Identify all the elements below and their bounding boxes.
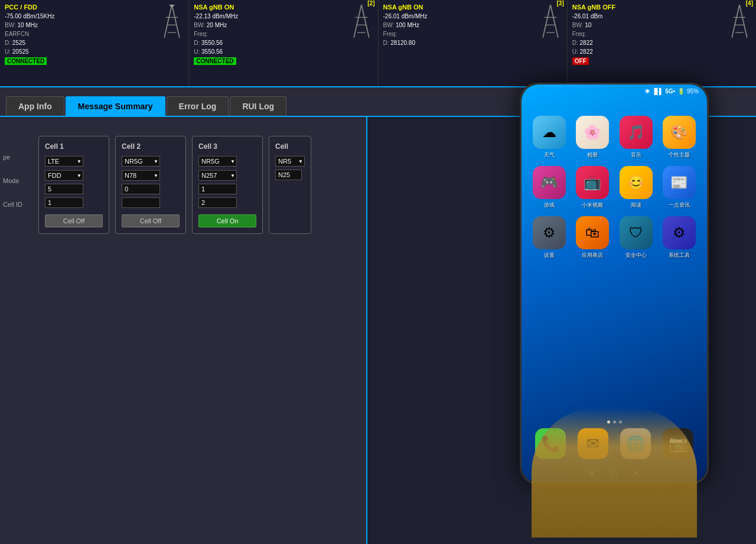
app-themes[interactable]: 🎨 个性主题 [662, 116, 698, 159]
cells-container: Cell 1 LTE FDD 5 [38, 136, 354, 234]
cell3-num1-value: 1 [198, 184, 237, 194]
cell1-power: -75.00 dBm/15KHz [5, 12, 184, 21]
app-settings-icon: ⚙ [533, 216, 566, 249]
app-weather-label: 天气 [544, 151, 555, 159]
cell3-panel-title: Cell 3 [198, 142, 256, 151]
tab-app-info[interactable]: App Info [6, 96, 64, 116]
cell2-dl: D: 3550.56 [194, 38, 373, 47]
cell2-band-select[interactable]: N78 [122, 170, 160, 181]
app-music-icon: 🎵 [620, 116, 653, 149]
cell2-num2-value [122, 197, 160, 208]
cell3-band-select-wrapper[interactable]: N257 [198, 170, 237, 181]
app-photos[interactable]: 🌸 相册 [575, 116, 611, 159]
app-appstore-label: 应用商店 [582, 252, 603, 259]
app-games[interactable]: 🎮 游戏 [531, 166, 568, 209]
cell3-num1-row: 1 [198, 184, 256, 194]
cell3-band-row: N257 [198, 170, 256, 181]
cell3-on-button[interactable]: Cell On [198, 214, 256, 227]
cell1-dl: D: 2525 [5, 38, 184, 47]
cell1-type-select-wrapper[interactable]: LTE [45, 155, 83, 167]
app-video-icon: 📺 [576, 166, 609, 199]
app-appstore[interactable]: 🛍 应用商店 [575, 216, 611, 259]
cell-panel-1: Cell 1 LTE FDD 5 [38, 136, 109, 234]
app-reading-icon: 😊 [620, 166, 653, 199]
app-video[interactable]: 📺 小米视频 [575, 166, 611, 209]
tower-icon-2 [350, 5, 373, 40]
app-grid: ☁ 天气 🌸 相册 🎵 音乐 🎨 个性主题 [522, 104, 707, 271]
cell4-bw: BW: 10 [572, 21, 751, 30]
cell4-label: NSA gNB OFF [572, 4, 751, 11]
cell4-type-select-wrapper[interactable]: NR5 [275, 155, 305, 167]
app-themes-label: 个性主题 [669, 151, 690, 159]
app-security[interactable]: 🛡 安全中心 [618, 216, 654, 259]
app-music-label: 音乐 [631, 151, 641, 159]
app-appstore-icon: 🛍 [576, 216, 609, 249]
app-photos-icon: 🌸 [576, 116, 609, 149]
cell2-type-select-wrapper[interactable]: NR5G [122, 155, 160, 167]
cell1-mode-select[interactable]: FDD [45, 170, 83, 181]
app-reading[interactable]: 😊 阅读 [618, 166, 654, 209]
app-music[interactable]: 🎵 音乐 [618, 116, 654, 159]
cell2-ul: U: 3550.56 [194, 47, 373, 56]
cell3-freq: Freq: [383, 30, 562, 38]
cell1-type-row: LTE [45, 155, 103, 167]
cell-panel-4: Cell NR5 N25 [269, 136, 311, 234]
app-weather[interactable]: ☁ 天气 [531, 116, 568, 159]
tower-icon-3 [539, 5, 562, 40]
cell4-dl: D: 2822 [572, 38, 751, 47]
cell2-bw: BW: 20 MHz [194, 21, 373, 30]
tab-error-log[interactable]: Error Log [167, 96, 229, 116]
cell2-band-row: N78 [122, 170, 180, 181]
app-settings-label: 设置 [544, 252, 555, 259]
tab-rui-log[interactable]: RUI Log [230, 96, 286, 116]
smartphone-container: ✱ ▐▌▌ 5G• 🔋 95% ☁ 天气 🌸 相册 [502, 47, 726, 520]
cell2-num1-row: 0 [122, 184, 180, 194]
cell1-cellid-value: 1 [45, 197, 83, 208]
battery-pct: 95% [687, 88, 699, 95]
cell1-off-button[interactable]: Cell Off [45, 214, 103, 227]
cell2-band-select-wrapper[interactable]: N78 [122, 170, 160, 181]
app-tools[interactable]: ⚙ 系统工具 [662, 216, 698, 259]
cell-status-2: [2] NSA gNB ON -22.13 dBm/MHz BW: 20 MHz… [189, 0, 378, 86]
cell2-num1-value: 0 [122, 184, 160, 194]
cell1-num-value: 5 [45, 184, 83, 194]
app-games-label: 游戏 [544, 201, 555, 209]
label-mode: Mode [3, 177, 38, 184]
cell4-type-row: NR5 [275, 155, 305, 167]
label-cell-id: Cell ID [3, 201, 38, 208]
cell4-type-select[interactable]: NR5 [275, 156, 305, 167]
cell1-mode-select-wrapper[interactable]: FDD [45, 170, 83, 181]
app-news-icon: 📰 [663, 166, 696, 199]
cell2-power: -22.13 dBm/MHz [194, 12, 373, 21]
signal-icon: ▐▌▌ [652, 88, 663, 95]
cell3-num2-row: 2 [198, 197, 256, 208]
cell4-power: -26.01 dBm [572, 12, 751, 21]
cell3-type-row: NR5G [198, 155, 256, 167]
tab-message-summary[interactable]: Message Summary [66, 96, 165, 116]
app-themes-icon: 🎨 [663, 116, 696, 149]
app-photos-label: 相册 [587, 151, 598, 159]
cell2-off-button[interactable]: Cell Off [122, 214, 180, 227]
app-security-icon: 🛡 [620, 216, 653, 249]
app-video-label: 小米视频 [582, 201, 603, 209]
monitor-background: PCC / FDD -75.00 dBm/15KHz BW: 10 MHz EA… [0, 0, 756, 544]
label-pe: pe [3, 154, 38, 161]
cell2-type-select[interactable]: NR5G [122, 156, 160, 167]
cell1-label: PCC / FDD [5, 4, 184, 11]
cell1-type-select[interactable]: LTE [45, 156, 83, 167]
status-bar: ✱ ▐▌▌ 5G• 🔋 95% [522, 84, 707, 98]
cell3-band-select[interactable]: N257 [198, 170, 237, 181]
cell3-dl: D: 28120.80 [383, 38, 562, 47]
cell1-bw: BW: 10 MHz [5, 21, 184, 30]
bluetooth-icon: ✱ [645, 88, 650, 95]
cell3-type-select-wrapper[interactable]: NR5G [198, 155, 237, 167]
app-news[interactable]: 📰 一点资讯 [662, 166, 698, 209]
hand [532, 408, 697, 538]
cell3-bw: BW: 100 MHz [383, 21, 562, 30]
cell3-power: -26.01 dBm/MHz [383, 12, 562, 21]
config-area: Cell 1 LTE FDD 5 [0, 118, 366, 544]
cell2-type-row: NR5G [122, 155, 180, 167]
app-settings[interactable]: ⚙ 设置 [531, 216, 568, 259]
app-reading-label: 阅读 [631, 201, 641, 209]
cell3-type-select[interactable]: NR5G [198, 156, 237, 167]
